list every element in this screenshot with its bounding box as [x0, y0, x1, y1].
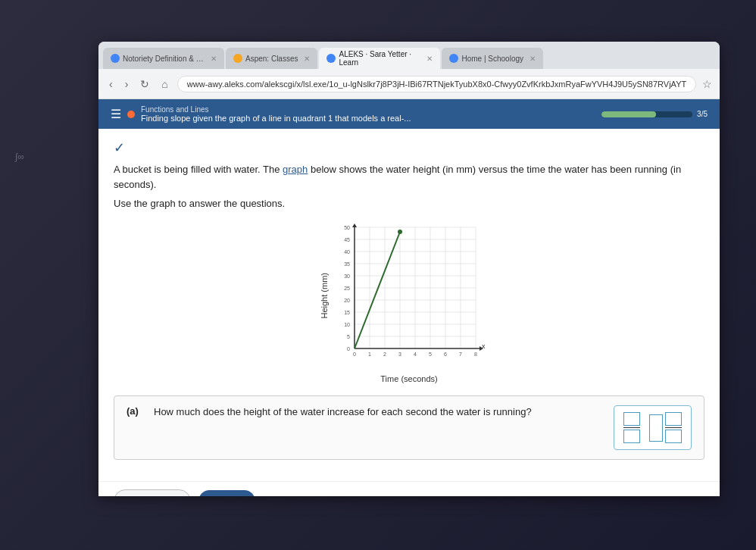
svg-text:8: 8 [474, 352, 477, 357]
tab-close-2[interactable]: ✕ [304, 55, 310, 63]
mixed-denominator-box[interactable] [665, 430, 682, 443]
tab-close-1[interactable]: ✕ [211, 55, 217, 63]
numerator-box[interactable] [623, 412, 640, 426]
denominator-box[interactable] [623, 430, 640, 443]
lesson-title: Finding slope given the graph of a line … [141, 114, 411, 123]
svg-text:30: 30 [344, 273, 350, 279]
svg-text:50: 50 [344, 225, 350, 230]
progress-bar [601, 111, 692, 117]
tab-favicon-2 [233, 54, 242, 63]
lesson-area: ✓ A bucket is being filled with water. T… [98, 129, 720, 481]
svg-text:7: 7 [459, 352, 462, 357]
svg-text:x: x [482, 342, 486, 350]
svg-text:10: 10 [344, 322, 350, 327]
tab-label-3: ALEKS · Sara Yetter · Learn [339, 50, 420, 67]
back-button[interactable]: ‹ [106, 77, 116, 92]
tab-label-4: Home | Schoology [461, 55, 523, 63]
mixed-fraction-line [665, 427, 682, 428]
page-content: ☰ Functions and Lines Finding slope give… [98, 99, 720, 496]
tab-favicon-4 [449, 54, 458, 63]
mixed-whole-box[interactable] [649, 414, 663, 442]
question-text: How much does the height of the water in… [154, 405, 601, 419]
svg-text:3: 3 [398, 352, 401, 357]
bottom-buttons: Explanation Check [98, 481, 720, 496]
tab-aleks[interactable]: ALEKS · Sara Yetter · Learn ✕ [319, 48, 440, 69]
problem-instruction: Use the graph to answer the questions. [114, 198, 704, 209]
svg-text:40: 40 [344, 249, 350, 255]
svg-text:35: 35 [344, 261, 350, 267]
graph-svg: x 0 5 10 15 20 25 30 35 40 45 50 [332, 220, 498, 371]
forward-button[interactable]: › [122, 77, 132, 92]
tab-bar: Notoriety Definition & Meanin... ✕ Aspen… [98, 42, 720, 69]
tab-aspen[interactable]: Aspen: Classes ✕ [226, 48, 317, 69]
tab-favicon-1 [111, 54, 120, 63]
svg-text:4: 4 [414, 352, 417, 357]
mixed-fraction-input[interactable] [649, 412, 682, 443]
graph-container: Height (mm) [114, 220, 704, 383]
answer-input-area [614, 405, 692, 450]
check-button[interactable]: Check [198, 490, 255, 496]
svg-text:20: 20 [344, 298, 350, 303]
question-label: (a) [127, 405, 142, 417]
aleks-header: ☰ Functions and Lines Finding slope give… [98, 99, 720, 129]
question-area: (a) How much does the height of the wate… [114, 395, 704, 460]
mixed-numerator-box[interactable] [665, 412, 682, 426]
progress-fill [601, 111, 656, 117]
progress-text: 3/5 [697, 110, 708, 118]
svg-text:5: 5 [347, 334, 350, 339]
mixed-fraction-part[interactable] [665, 412, 682, 443]
tab-close-3[interactable]: ✕ [426, 55, 433, 63]
svg-point-46 [398, 230, 402, 234]
explanation-button[interactable]: Explanation [114, 489, 191, 496]
header-status-dot [127, 111, 135, 118]
svg-text:1: 1 [368, 352, 371, 357]
breadcrumb: Functions and Lines [141, 105, 411, 114]
fraction-line [623, 427, 640, 428]
tab-label-1: Notoriety Definition & Meanin... [123, 55, 205, 63]
tab-schoology[interactable]: Home | Schoology ✕ [442, 48, 543, 69]
browser-window: Notoriety Definition & Meanin... ✕ Aspen… [98, 42, 720, 496]
tab-label-2: Aspen: Classes [245, 55, 298, 63]
svg-marker-23 [352, 223, 357, 227]
svg-text:0: 0 [347, 346, 350, 352]
expand-icon[interactable]: ✓ [114, 139, 125, 156]
side-decoration: ∫∞ [15, 152, 24, 162]
svg-text:15: 15 [344, 310, 350, 315]
svg-line-45 [355, 232, 400, 348]
svg-text:0: 0 [353, 352, 356, 357]
svg-text:6: 6 [444, 352, 447, 357]
tab-favicon-3 [326, 54, 336, 63]
tab-close-4[interactable]: ✕ [530, 55, 536, 63]
url-input[interactable] [177, 76, 696, 92]
svg-text:45: 45 [344, 237, 350, 242]
graph-wrapper: Height (mm) [320, 220, 498, 371]
reload-button[interactable]: ↻ [137, 77, 152, 92]
x-axis-label: Time (seconds) [380, 374, 437, 383]
svg-text:25: 25 [344, 286, 350, 291]
svg-text:2: 2 [383, 352, 386, 357]
bookmark-icon[interactable]: ☆ [702, 78, 712, 90]
problem-description: A bucket is being filled with water. The… [114, 162, 704, 192]
tab-notoriety[interactable]: Notoriety Definition & Meanin... ✕ [103, 48, 224, 69]
svg-text:5: 5 [429, 352, 432, 357]
home-button[interactable]: ⌂ [158, 77, 170, 92]
fraction-input[interactable] [623, 412, 640, 443]
address-bar: ‹ › ↻ ⌂ ☆ [98, 69, 720, 99]
y-axis-label: Height (mm) [320, 273, 329, 319]
graph-link[interactable]: graph [283, 164, 308, 175]
hamburger-icon[interactable]: ☰ [111, 107, 121, 121]
